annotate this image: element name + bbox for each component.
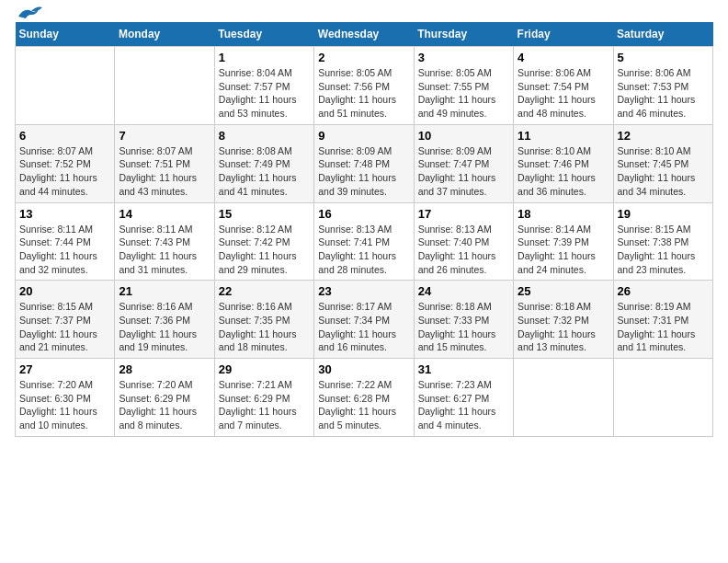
calendar-cell: 26Sunrise: 8:19 AM Sunset: 7:31 PM Dayli…	[613, 281, 712, 359]
calendar-cell: 13Sunrise: 8:11 AM Sunset: 7:44 PM Dayli…	[16, 202, 115, 281]
day-number: 23	[318, 284, 409, 298]
calendar-cell: 15Sunrise: 8:12 AM Sunset: 7:42 PM Dayli…	[214, 202, 313, 281]
calendar-cell: 9Sunrise: 8:09 AM Sunset: 7:48 PM Daylig…	[314, 124, 414, 202]
calendar-cell	[115, 47, 214, 125]
logo-bird-icon	[17, 6, 42, 26]
day-info: Sunrise: 8:09 AM Sunset: 7:47 PM Dayligh…	[418, 144, 509, 199]
day-number: 10	[418, 129, 509, 143]
day-info: Sunrise: 8:16 AM Sunset: 7:36 PM Dayligh…	[119, 300, 210, 354]
day-number: 16	[318, 207, 409, 221]
day-number: 9	[318, 129, 409, 143]
day-number: 15	[219, 207, 310, 221]
calendar-cell: 6Sunrise: 8:07 AM Sunset: 7:52 PM Daylig…	[16, 124, 115, 202]
calendar-cell: 2Sunrise: 8:05 AM Sunset: 7:56 PM Daylig…	[314, 47, 414, 125]
day-info: Sunrise: 8:07 AM Sunset: 7:52 PM Dayligh…	[19, 144, 110, 199]
day-number: 27	[19, 362, 110, 376]
day-number: 6	[19, 129, 110, 143]
calendar-cell: 18Sunrise: 8:14 AM Sunset: 7:39 PM Dayli…	[514, 202, 613, 281]
calendar-cell: 31Sunrise: 7:23 AM Sunset: 6:27 PM Dayli…	[414, 359, 513, 437]
calendar-cell: 23Sunrise: 8:17 AM Sunset: 7:34 PM Dayli…	[314, 281, 414, 359]
day-number: 3	[418, 51, 509, 64]
calendar-cell: 20Sunrise: 8:15 AM Sunset: 7:37 PM Dayli…	[16, 281, 115, 359]
calendar-cell: 19Sunrise: 8:15 AM Sunset: 7:38 PM Dayli…	[613, 202, 712, 281]
calendar-cell: 3Sunrise: 8:05 AM Sunset: 7:55 PM Daylig…	[414, 47, 513, 125]
week-row-2: 6Sunrise: 8:07 AM Sunset: 7:52 PM Daylig…	[16, 124, 713, 202]
calendar-cell: 25Sunrise: 8:18 AM Sunset: 7:32 PM Dayli…	[514, 281, 613, 359]
day-number: 30	[318, 362, 409, 376]
calendar-cell: 8Sunrise: 8:08 AM Sunset: 7:49 PM Daylig…	[214, 124, 313, 202]
day-info: Sunrise: 8:05 AM Sunset: 7:55 PM Dayligh…	[418, 66, 509, 121]
day-info: Sunrise: 8:16 AM Sunset: 7:35 PM Dayligh…	[219, 300, 310, 354]
calendar-cell: 21Sunrise: 8:16 AM Sunset: 7:36 PM Dayli…	[115, 281, 214, 359]
day-info: Sunrise: 8:18 AM Sunset: 7:32 PM Dayligh…	[518, 300, 609, 354]
day-info: Sunrise: 8:17 AM Sunset: 7:34 PM Dayligh…	[318, 300, 409, 354]
calendar-cell: 4Sunrise: 8:06 AM Sunset: 7:54 PM Daylig…	[514, 47, 613, 125]
day-info: Sunrise: 8:12 AM Sunset: 7:42 PM Dayligh…	[219, 223, 310, 277]
calendar-cell: 12Sunrise: 8:10 AM Sunset: 7:45 PM Dayli…	[613, 124, 712, 202]
calendar-cell: 28Sunrise: 7:20 AM Sunset: 6:29 PM Dayli…	[115, 359, 214, 437]
day-info: Sunrise: 8:06 AM Sunset: 7:53 PM Dayligh…	[618, 66, 709, 121]
day-info: Sunrise: 8:07 AM Sunset: 7:51 PM Dayligh…	[119, 144, 210, 199]
calendar-cell	[16, 47, 115, 125]
day-number: 31	[418, 362, 509, 376]
day-info: Sunrise: 8:04 AM Sunset: 7:57 PM Dayligh…	[219, 66, 310, 121]
day-number: 26	[618, 284, 709, 298]
weekday-header-thursday: Thursday	[414, 22, 513, 47]
day-info: Sunrise: 8:09 AM Sunset: 7:48 PM Dayligh…	[318, 144, 409, 199]
day-info: Sunrise: 8:10 AM Sunset: 7:46 PM Dayligh…	[518, 144, 609, 199]
day-number: 17	[418, 207, 509, 221]
calendar-cell: 14Sunrise: 8:11 AM Sunset: 7:43 PM Dayli…	[115, 202, 214, 281]
day-info: Sunrise: 8:13 AM Sunset: 7:41 PM Dayligh…	[318, 223, 409, 277]
calendar-cell	[613, 359, 712, 437]
day-number: 11	[518, 129, 609, 143]
calendar-cell: 11Sunrise: 8:10 AM Sunset: 7:46 PM Dayli…	[514, 124, 613, 202]
calendar-cell: 24Sunrise: 8:18 AM Sunset: 7:33 PM Dayli…	[414, 281, 513, 359]
week-row-3: 13Sunrise: 8:11 AM Sunset: 7:44 PM Dayli…	[16, 202, 713, 281]
calendar-cell: 17Sunrise: 8:13 AM Sunset: 7:40 PM Dayli…	[414, 202, 513, 281]
day-number: 21	[119, 284, 210, 298]
calendar-cell: 7Sunrise: 8:07 AM Sunset: 7:51 PM Daylig…	[115, 124, 214, 202]
day-info: Sunrise: 7:21 AM Sunset: 6:29 PM Dayligh…	[219, 378, 310, 432]
calendar-table: SundayMondayTuesdayWednesdayThursdayFrid…	[15, 22, 713, 437]
day-info: Sunrise: 8:13 AM Sunset: 7:40 PM Dayligh…	[418, 223, 509, 277]
day-info: Sunrise: 8:15 AM Sunset: 7:37 PM Dayligh…	[19, 300, 110, 354]
day-info: Sunrise: 7:22 AM Sunset: 6:28 PM Dayligh…	[318, 378, 409, 432]
day-number: 20	[19, 284, 110, 298]
day-number: 8	[219, 129, 310, 143]
weekday-header-monday: Monday	[115, 22, 214, 47]
weekday-header-friday: Friday	[514, 22, 613, 47]
calendar-cell: 16Sunrise: 8:13 AM Sunset: 7:41 PM Dayli…	[314, 202, 414, 281]
calendar-cell	[514, 359, 613, 437]
day-info: Sunrise: 7:20 AM Sunset: 6:30 PM Dayligh…	[19, 378, 110, 432]
day-info: Sunrise: 8:08 AM Sunset: 7:49 PM Dayligh…	[219, 144, 310, 199]
day-info: Sunrise: 8:18 AM Sunset: 7:33 PM Dayligh…	[418, 300, 509, 354]
day-info: Sunrise: 8:11 AM Sunset: 7:43 PM Dayligh…	[119, 223, 210, 277]
calendar-cell: 30Sunrise: 7:22 AM Sunset: 6:28 PM Dayli…	[314, 359, 414, 437]
day-info: Sunrise: 8:10 AM Sunset: 7:45 PM Dayligh…	[618, 144, 709, 199]
day-number: 4	[518, 51, 609, 64]
calendar-cell: 10Sunrise: 8:09 AM Sunset: 7:47 PM Dayli…	[414, 124, 513, 202]
weekday-header-tuesday: Tuesday	[214, 22, 313, 47]
day-number: 12	[618, 129, 709, 143]
day-number: 24	[418, 284, 509, 298]
day-number: 29	[219, 362, 310, 376]
day-info: Sunrise: 7:23 AM Sunset: 6:27 PM Dayligh…	[418, 378, 509, 432]
day-number: 5	[618, 51, 709, 64]
weekday-header-saturday: Saturday	[613, 22, 712, 47]
calendar-cell: 5Sunrise: 8:06 AM Sunset: 7:53 PM Daylig…	[613, 47, 712, 125]
day-info: Sunrise: 8:15 AM Sunset: 7:38 PM Dayligh…	[618, 223, 709, 277]
calendar-cell: 22Sunrise: 8:16 AM Sunset: 7:35 PM Dayli…	[214, 281, 313, 359]
day-info: Sunrise: 8:14 AM Sunset: 7:39 PM Dayligh…	[518, 223, 609, 277]
day-info: Sunrise: 8:05 AM Sunset: 7:56 PM Dayligh…	[318, 66, 409, 121]
calendar-cell: 1Sunrise: 8:04 AM Sunset: 7:57 PM Daylig…	[214, 47, 313, 125]
day-info: Sunrise: 8:19 AM Sunset: 7:31 PM Dayligh…	[618, 300, 709, 354]
weekday-header-wednesday: Wednesday	[314, 22, 414, 47]
day-info: Sunrise: 7:20 AM Sunset: 6:29 PM Dayligh…	[119, 378, 210, 432]
day-number: 1	[219, 51, 310, 64]
day-number: 25	[518, 284, 609, 298]
day-number: 13	[19, 207, 110, 221]
day-info: Sunrise: 8:11 AM Sunset: 7:44 PM Dayligh…	[19, 223, 110, 277]
calendar-cell: 27Sunrise: 7:20 AM Sunset: 6:30 PM Dayli…	[16, 359, 115, 437]
day-number: 19	[618, 207, 709, 221]
weekday-header-row: SundayMondayTuesdayWednesdayThursdayFrid…	[16, 22, 713, 47]
